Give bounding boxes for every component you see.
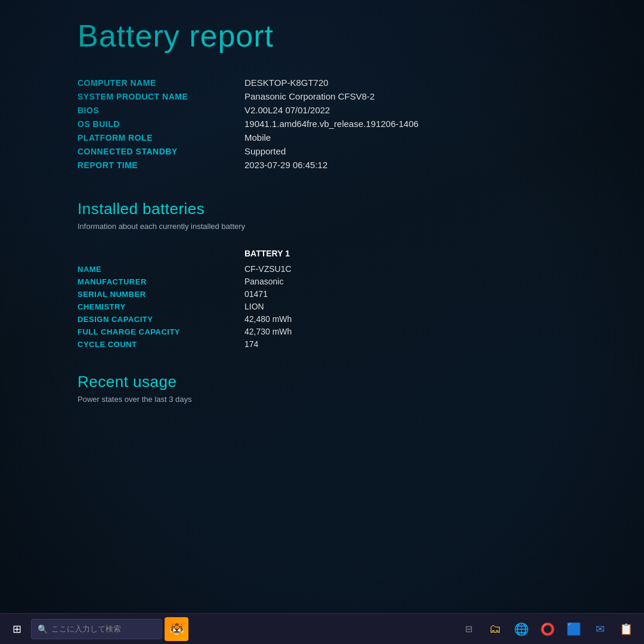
system-info-label: OS BUILD [78, 119, 244, 129]
file-explorer-icon: 🗂 [489, 622, 501, 636]
battery-info-value: LION [244, 302, 264, 311]
edge-icon: 🌐 [514, 622, 529, 636]
taskbar: ⊞ 🔍 ここに入力して検索 🐯 ⊟ 🗂 🌐 ⭕ 🟦 ✉ 📋 [0, 613, 644, 644]
system-info-row: PLATFORM ROLEMobile [78, 132, 566, 143]
recent-usage-section: Recent usage Power states over the last … [78, 373, 566, 404]
system-info-value: V2.00L24 07/01/2022 [244, 105, 330, 115]
main-content: Battery report COMPUTER NAMEDESKTOP-K8GT… [0, 0, 644, 404]
battery-info-value: 01471 [244, 289, 268, 299]
system-info-row: OS BUILD19041.1.amd64fre.vb_release.1912… [78, 119, 566, 129]
battery-info-label: MANUFACTURER [78, 277, 244, 286]
taskbar-tiger-icon[interactable]: 🐯 [165, 617, 188, 641]
system-info-row: REPORT TIME2023-07-29 06:45:12 [78, 160, 566, 170]
system-info-row: COMPUTER NAMEDESKTOP-K8GT720 [78, 78, 566, 88]
files-icon: 📋 [620, 623, 633, 636]
battery-info-row: CHEMISTRYLION [78, 302, 566, 311]
taskview-icon: ⊟ [465, 624, 473, 634]
search-placeholder: ここに入力して検索 [51, 624, 121, 634]
system-info-value: 19041.1.amd64fre.vb_release.191206-1406 [244, 119, 419, 129]
chrome-button[interactable]: ⭕ [535, 617, 559, 641]
mail-icon: ✉ [596, 623, 605, 636]
system-info-row: CONNECTED STANDBYSupported [78, 146, 566, 156]
system-info-label: BIOS [78, 106, 244, 115]
system-info-value: 2023-07-29 06:45:12 [244, 160, 327, 170]
system-info-label: CONNECTED STANDBY [78, 147, 244, 156]
file-explorer-button[interactable]: 🗂 [483, 617, 507, 641]
battery-column-header: BATTERY 1 [244, 249, 566, 258]
system-info-label: SYSTEM PRODUCT NAME [78, 92, 244, 101]
files-button[interactable]: 📋 [614, 617, 638, 641]
battery-info-row: SERIAL NUMBER01471 [78, 289, 566, 299]
system-info-value: Mobile [244, 132, 271, 143]
system-info-value: DESKTOP-K8GT720 [244, 78, 329, 88]
installed-batteries-subtitle: Information about each currently install… [78, 222, 566, 231]
battery-table: BATTERY 1 NAMECF-VZSU1CMANUFACTURERPanas… [78, 249, 566, 349]
installed-batteries-section: Installed batteries Information about ea… [78, 200, 566, 349]
store-icon: 🟦 [566, 622, 581, 636]
mail-button[interactable]: ✉ [588, 617, 612, 641]
system-info-table: COMPUTER NAMEDESKTOP-K8GT720SYSTEM PRODU… [78, 78, 566, 170]
system-info-label: PLATFORM ROLE [78, 133, 244, 143]
battery-info-row: MANUFACTURERPanasonic [78, 277, 566, 286]
battery-info-label: CHEMISTRY [78, 302, 244, 311]
taskbar-search[interactable]: 🔍 ここに入力して検索 [31, 619, 162, 639]
system-info-label: COMPUTER NAME [78, 78, 244, 88]
battery-info-value: 42,480 mWh [244, 314, 292, 324]
battery-info-value: CF-VZSU1C [244, 264, 292, 274]
store-button[interactable]: 🟦 [562, 617, 586, 641]
battery-info-row: FULL CHARGE CAPACITY42,730 mWh [78, 327, 566, 336]
battery-info-row: CYCLE COUNT174 [78, 339, 566, 349]
system-info-label: REPORT TIME [78, 160, 244, 170]
recent-usage-subtitle: Power states over the last 3 days [78, 395, 566, 404]
chrome-icon: ⭕ [540, 622, 555, 636]
battery-info-value: Panasonic [244, 277, 283, 286]
start-button[interactable]: ⊞ [5, 617, 29, 641]
system-info-row: BIOSV2.00L24 07/01/2022 [78, 105, 566, 115]
battery-info-label: FULL CHARGE CAPACITY [78, 327, 244, 336]
installed-batteries-title: Installed batteries [78, 200, 566, 218]
screen-container: Battery report COMPUTER NAMEDESKTOP-K8GT… [0, 0, 644, 644]
system-info-value: Supported [244, 146, 286, 156]
battery-info-label: NAME [78, 265, 244, 274]
recent-usage-title: Recent usage [78, 373, 566, 391]
edge-button[interactable]: 🌐 [509, 617, 533, 641]
battery-info-value: 174 [244, 339, 258, 349]
system-info-row: SYSTEM PRODUCT NAMEPanasonic Corporation… [78, 91, 566, 101]
battery-info-label: DESIGN CAPACITY [78, 315, 244, 324]
battery-info-value: 42,730 mWh [244, 327, 292, 336]
battery-info-label: CYCLE COUNT [78, 340, 244, 349]
taskview-button[interactable]: ⊟ [457, 617, 481, 641]
system-info-value: Panasonic Corporation CFSV8-2 [244, 91, 374, 101]
battery-info-label: SERIAL NUMBER [78, 290, 244, 299]
battery-info-row: DESIGN CAPACITY42,480 mWh [78, 314, 566, 324]
page-title: Battery report [78, 18, 566, 54]
search-icon: 🔍 [38, 624, 48, 634]
battery-info-row: NAMECF-VZSU1C [78, 264, 566, 274]
